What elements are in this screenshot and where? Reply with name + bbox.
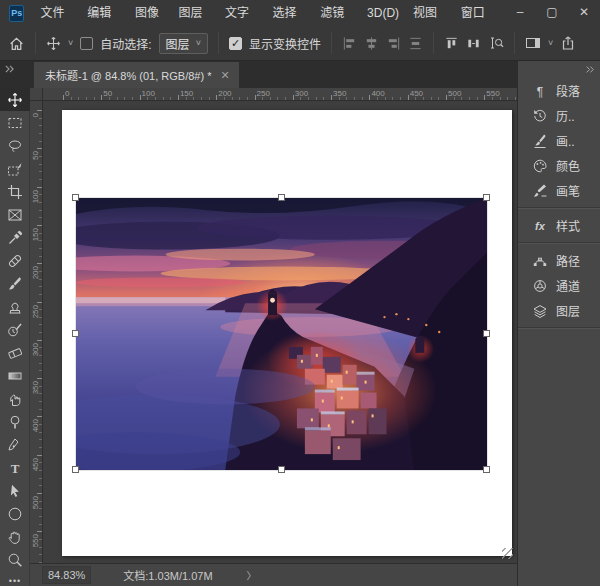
- v-ruler-minor-tick: [39, 317, 42, 318]
- type-tool[interactable]: T: [0, 456, 30, 479]
- vertical-ruler[interactable]: 050100150200250300350400450500550: [30, 101, 43, 563]
- menu-item-3D[interactable]: 3D(D): [360, 0, 406, 26]
- dock-button-color[interactable]: 颜色: [518, 153, 600, 178]
- dock-button-label: 画..: [556, 132, 575, 149]
- status-bar: 84.83% 文档:1.03M/1.07M 〉: [30, 563, 517, 586]
- object-selection-tool[interactable]: [0, 157, 30, 180]
- healing-tool-icon: [7, 253, 23, 269]
- distribute-horizontal-centers-icon[interactable]: [466, 36, 481, 51]
- dock-button-channels[interactable]: 通道: [518, 273, 600, 298]
- path-selection-tool[interactable]: [0, 479, 30, 502]
- chevron-down-icon[interactable]: ˅: [548, 38, 553, 48]
- menu-item-选择[interactable]: 选择(S): [266, 0, 314, 26]
- menu-item-图像[interactable]: 图像(I): [128, 0, 172, 26]
- show-transform-checkbox[interactable]: [229, 37, 242, 50]
- h-ruler-label: 50: [103, 89, 112, 98]
- h-ruler-minor-tick: [454, 97, 455, 100]
- transform-handle-bottom-left[interactable]: [72, 466, 79, 473]
- v-ruler-minor-tick: [39, 470, 42, 471]
- h-ruler-minor-tick: [193, 97, 194, 100]
- zoom-tool[interactable]: [0, 548, 30, 571]
- transform-handle-middle-right[interactable]: [483, 330, 490, 337]
- menu-item-图层[interactable]: 图层(L): [172, 0, 218, 26]
- status-zoom-field[interactable]: 84.83%: [42, 566, 91, 584]
- edit-toolbar-button[interactable]: •••: [0, 573, 30, 586]
- brushes-icon: [531, 182, 548, 199]
- collapse-panels-icon[interactable]: [585, 65, 595, 74]
- tool-preset-chevron-icon[interactable]: ˅: [68, 38, 73, 48]
- dock-button-label: 段落: [556, 82, 580, 99]
- menu-item-窗口[interactable]: 窗口(W): [454, 0, 504, 26]
- clone-stamp-tool[interactable]: [0, 295, 30, 318]
- h-ruler-minor-tick: [163, 97, 164, 100]
- h-ruler-tick: [369, 95, 370, 100]
- transform-handle-middle-left[interactable]: [72, 330, 79, 337]
- pen-tool[interactable]: [0, 433, 30, 456]
- move-tool[interactable]: [0, 88, 30, 111]
- dock-button-history[interactable]: 历..: [518, 103, 600, 128]
- menu-item-视图[interactable]: 视图(V): [406, 0, 454, 26]
- eraser-tool[interactable]: [0, 341, 30, 364]
- align-center-horizontal-icon[interactable]: [364, 36, 379, 51]
- expand-tools-panel-icon[interactable]: [4, 64, 15, 74]
- v-ruler-minor-tick: [39, 256, 42, 257]
- transform-handle-top-right[interactable]: [483, 194, 490, 201]
- healing-tool[interactable]: [0, 249, 30, 272]
- pasteboard[interactable]: [43, 101, 517, 563]
- eyedropper-tool[interactable]: [0, 226, 30, 249]
- smudge-tool[interactable]: [0, 387, 30, 410]
- transform-selection[interactable]: [75, 197, 488, 471]
- dock-button-styles[interactable]: fx样式: [518, 213, 600, 238]
- dock-group-separator: [518, 242, 600, 244]
- lasso-tool[interactable]: [0, 134, 30, 157]
- menu-item-文字[interactable]: 文字(Y): [218, 0, 266, 26]
- history-brush-tool[interactable]: [0, 318, 30, 341]
- frame-tool[interactable]: [0, 203, 30, 226]
- ellipse-tool[interactable]: [0, 502, 30, 525]
- minimize-button[interactable]: –: [504, 0, 536, 26]
- distribute-vertical-icon[interactable]: [408, 36, 423, 51]
- tab-close-icon[interactable]: ✕: [220, 69, 229, 82]
- rect-marquee-tool[interactable]: [0, 111, 30, 134]
- home-icon[interactable]: [8, 35, 25, 52]
- dock-button-layers[interactable]: 图层: [518, 298, 600, 323]
- v-ruler-minor-tick: [39, 409, 42, 410]
- close-button[interactable]: ✕: [568, 0, 600, 26]
- transform-handle-bottom-center[interactable]: [278, 466, 285, 473]
- gradient-tool[interactable]: [0, 364, 30, 387]
- transform-handle-top-left[interactable]: [72, 194, 79, 201]
- dodge-tool[interactable]: [0, 410, 30, 433]
- status-options-chevron-icon[interactable]: 〉: [247, 568, 257, 583]
- menu-item-文件[interactable]: 文件(F): [33, 0, 80, 26]
- canvas-image[interactable]: [76, 198, 487, 470]
- ruler-origin-corner[interactable]: [30, 88, 43, 101]
- window-resize-grip[interactable]: [502, 548, 513, 559]
- brush-tool[interactable]: [0, 272, 30, 295]
- v-ruler-minor-tick: [39, 141, 42, 142]
- transform-handle-top-center[interactable]: [278, 194, 285, 201]
- auto-select-checkbox[interactable]: [80, 37, 93, 50]
- panel-toggle-icon[interactable]: [525, 35, 541, 51]
- restore-button[interactable]: ▢: [536, 0, 568, 26]
- dock-button-paragraph[interactable]: ¶段落: [518, 78, 600, 103]
- share-icon[interactable]: [560, 35, 576, 51]
- dock-button-paths[interactable]: 路径: [518, 248, 600, 273]
- h-ruler-tick: [484, 95, 485, 100]
- align-right-icon[interactable]: [386, 36, 401, 51]
- align-top-edges-icon[interactable]: [444, 36, 459, 51]
- document-tab[interactable]: 未标题-1 @ 84.8% (01, RGB/8#) * ✕: [34, 62, 239, 88]
- auto-select-target-dropdown[interactable]: 图层 ˅: [159, 33, 208, 54]
- align-left-icon[interactable]: [342, 36, 357, 51]
- crop-tool[interactable]: [0, 180, 30, 203]
- menu-item-滤镜[interactable]: 滤镜(T): [313, 0, 360, 26]
- menu-item-编辑[interactable]: 编辑(E): [80, 0, 128, 26]
- move-tool-preset-icon[interactable]: [46, 36, 61, 51]
- transform-handle-bottom-right[interactable]: [483, 466, 490, 473]
- dock-button-brushes[interactable]: 画笔: [518, 178, 600, 203]
- horizontal-ruler[interactable]: 050100150200250300350400450500550600: [30, 88, 517, 101]
- canvas[interactable]: [62, 110, 512, 556]
- v-ruler-minor-tick: [39, 324, 42, 325]
- dock-button-brush-settings[interactable]: 画..: [518, 128, 600, 153]
- hand-tool[interactable]: [0, 525, 30, 548]
- 3d-zoom-icon[interactable]: [488, 35, 504, 51]
